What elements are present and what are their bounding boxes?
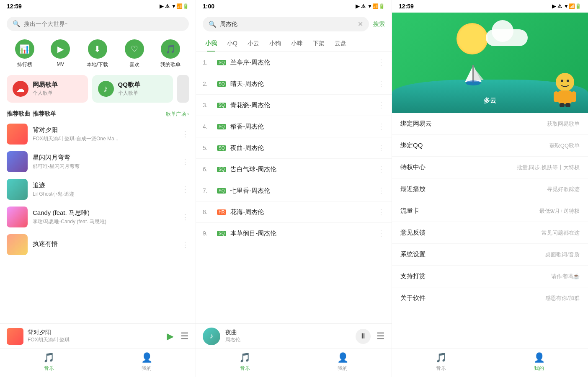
menu-feedback[interactable]: 意见反馈 常见问题都在这	[392, 222, 588, 244]
netease-card[interactable]: ☁ 网易歌单 个人歌单	[7, 75, 88, 103]
song-item-1[interactable]: 背对夕阳 FOX胡天渝/叶懿琪-自成一派One Ma... ⋮	[0, 120, 196, 148]
settings-label: 系统设置	[400, 250, 426, 258]
about-desc: 感恩有你/加群	[545, 294, 580, 302]
song-artist-1: FOX胡天渝/叶懿琪-自成一派One Ma...	[33, 135, 176, 142]
tab-xiowo[interactable]: 小我	[200, 36, 222, 52]
tab-xiaogou[interactable]: 小狗	[264, 36, 286, 52]
action-mv[interactable]: ▶ MV	[51, 39, 70, 68]
result-item-7[interactable]: 7. SQ 七里香-周杰伦 ⋮	[196, 180, 392, 201]
middle-search-box[interactable]: 🔍 ✕	[203, 17, 369, 31]
menu-recent-play[interactable]: 最近播放 寻觅好歌踪迹	[392, 178, 588, 200]
cloud-icon	[486, 29, 528, 46]
clear-button[interactable]: ✕	[358, 20, 363, 28]
download-label: 本地/下载	[87, 61, 108, 68]
menu-data-card[interactable]: 流量卡 最低9/月+送特权	[392, 200, 588, 222]
song-menu-1[interactable]: ⋮	[181, 129, 189, 139]
menu-bind-netease[interactable]: 绑定网易云 获取网易歌单	[392, 113, 588, 135]
result-item-2[interactable]: 2. SQ 晴天-周杰伦 ⋮	[196, 73, 392, 95]
result-num-3: 3.	[203, 102, 213, 108]
right-nav-music[interactable]: 🎵 音乐	[392, 352, 490, 372]
song-item-4[interactable]: Candy (feat. 马思唯) 李玟/马思唯-Candy (feat. 马思…	[0, 203, 196, 231]
mid-search-icon: 🔍	[209, 21, 217, 28]
right-nav-music-icon: 🎵	[436, 352, 447, 363]
result-item-4[interactable]: 4. SQ 稻香-周杰伦 ⋮	[196, 116, 392, 137]
song-menu-5[interactable]: ⋮	[181, 240, 189, 249]
result-more-3[interactable]: ⋮	[377, 101, 385, 110]
song-artist-2: 郁可唯-星闪闪月弯弯	[33, 163, 176, 170]
result-name-2: 晴天-周杰伦	[230, 80, 373, 88]
svg-rect-11	[565, 103, 570, 107]
tab-xiajia[interactable]: 下架	[308, 36, 330, 52]
result-more-6[interactable]: ⋮	[377, 165, 385, 174]
mid-playlist-button[interactable]: ☰	[377, 331, 385, 342]
right-nav-mine-label: 我的	[534, 365, 544, 372]
left-search-bar[interactable]: 🔍	[7, 17, 189, 31]
tab-xiaoq[interactable]: 小Q	[222, 36, 242, 52]
song-item-5[interactable]: 执迷有悟 ⋮	[0, 231, 196, 258]
playlist-button[interactable]: ☰	[181, 331, 189, 342]
player-controls: ▶ ☰	[167, 331, 189, 342]
search-submit-button[interactable]: 搜索	[373, 21, 385, 28]
right-nav-mine[interactable]: 👤 我的	[490, 352, 588, 372]
netease-sub: 个人歌单	[33, 90, 58, 97]
song-menu-3[interactable]: ⋮	[181, 185, 189, 194]
menu-settings[interactable]: 系统设置 桌面歌词/音质	[392, 244, 588, 266]
pause-button[interactable]: ⏸	[356, 329, 371, 344]
song-menu-4[interactable]: ⋮	[181, 212, 189, 222]
play-button[interactable]: ▶	[167, 331, 174, 342]
right-nav-music-label: 音乐	[436, 365, 446, 372]
mid-player-bar: ♪ 夜曲 周杰伦 ⏸ ☰	[196, 323, 392, 349]
result-more-5[interactable]: ⋮	[377, 143, 385, 152]
menu-about[interactable]: 关于软件 感恩有你/加群	[392, 287, 588, 309]
result-item-5[interactable]: 5. SQ 夜曲-周杰伦 ⋮	[196, 137, 392, 159]
result-more-1[interactable]: ⋮	[377, 58, 385, 67]
menu-support[interactable]: 支持打赏 请作者喝☕	[392, 266, 588, 287]
action-ranking[interactable]: 📊 排行榜	[15, 39, 34, 68]
menu-privilege[interactable]: 特权中心 批量,同步,换肤等十大特权	[392, 157, 588, 178]
section-more[interactable]: 歌单广场 ›	[166, 111, 189, 118]
middle-search-top: 🔍 ✕ 搜索	[196, 13, 392, 36]
song-info-1: 背对夕阳 FOX胡天渝/叶懿琪-自成一派One Ma...	[33, 126, 176, 142]
middle-search-input[interactable]	[220, 21, 354, 28]
result-item-6[interactable]: 6. SQ 告白气球-周杰伦 ⋮	[196, 159, 392, 180]
song-thumb-1	[7, 124, 28, 145]
qq-icon: ♪	[98, 81, 114, 97]
right-time: 12:59	[399, 3, 414, 10]
left-search-input[interactable]	[24, 21, 183, 27]
action-download[interactable]: ⬇ 本地/下载	[87, 39, 108, 68]
sq-badge-7: SQ	[217, 188, 226, 194]
tab-xiaoyun[interactable]: 小云	[242, 36, 264, 52]
song-menu-2[interactable]: ⋮	[181, 157, 189, 166]
result-more-8[interactable]: ⋮	[377, 207, 385, 217]
action-favorite[interactable]: ♡ 喜欢	[125, 39, 144, 68]
result-item-1[interactable]: 1. SQ 兰亭序-周杰伦 ⋮	[196, 52, 392, 73]
mid-nav-mine[interactable]: 👤 我的	[294, 352, 392, 372]
feedback-desc: 常见问题都在这	[542, 229, 580, 237]
nav-mine-icon: 👤	[141, 352, 152, 363]
sq-badge-2: SQ	[217, 81, 226, 87]
tab-yunpan[interactable]: 云盘	[330, 36, 351, 52]
data-card-label: 流量卡	[400, 207, 419, 215]
result-more-7[interactable]: ⋮	[377, 186, 385, 195]
result-more-4[interactable]: ⋮	[377, 122, 385, 131]
song-item-3[interactable]: 追迹 Lil Ghost小鬼-追迹 ⋮	[0, 176, 196, 203]
download-icon: ⬇	[88, 39, 107, 59]
player-title: 背对夕阳	[28, 329, 162, 336]
result-more-2[interactable]: ⋮	[377, 79, 385, 88]
qq-card[interactable]: ♪ QQ歌单 个人歌单	[92, 75, 173, 103]
tab-xiaomi[interactable]: 小咪	[286, 36, 308, 52]
result-item-8[interactable]: 8. HR 花海-周杰伦 ⋮	[196, 201, 392, 223]
nav-mine[interactable]: 👤 我的	[98, 352, 196, 372]
result-more-9[interactable]: ⋮	[377, 229, 385, 238]
song-name-4: Candy (feat. 马思唯)	[33, 209, 176, 217]
result-item-9[interactable]: 9. SQ 本草纲目-周杰伦 ⋮	[196, 223, 392, 244]
song-item-2[interactable]: 星闪闪月弯弯 郁可唯-星闪闪月弯弯 ⋮	[0, 148, 196, 176]
mid-nav-music[interactable]: 🎵 音乐	[196, 352, 294, 372]
result-num-1: 1.	[203, 59, 213, 66]
bind-netease-desc: 获取网易歌单	[547, 120, 580, 128]
svg-point-6	[567, 80, 569, 82]
result-item-3[interactable]: 3. SQ 青花瓷-周杰伦 ⋮	[196, 95, 392, 116]
menu-bind-qq[interactable]: 绑定QQ 获取QQ歌单	[392, 135, 588, 157]
action-my-songs[interactable]: 🎵 我的歌单	[160, 39, 181, 68]
nav-music[interactable]: 🎵 音乐	[0, 352, 98, 372]
